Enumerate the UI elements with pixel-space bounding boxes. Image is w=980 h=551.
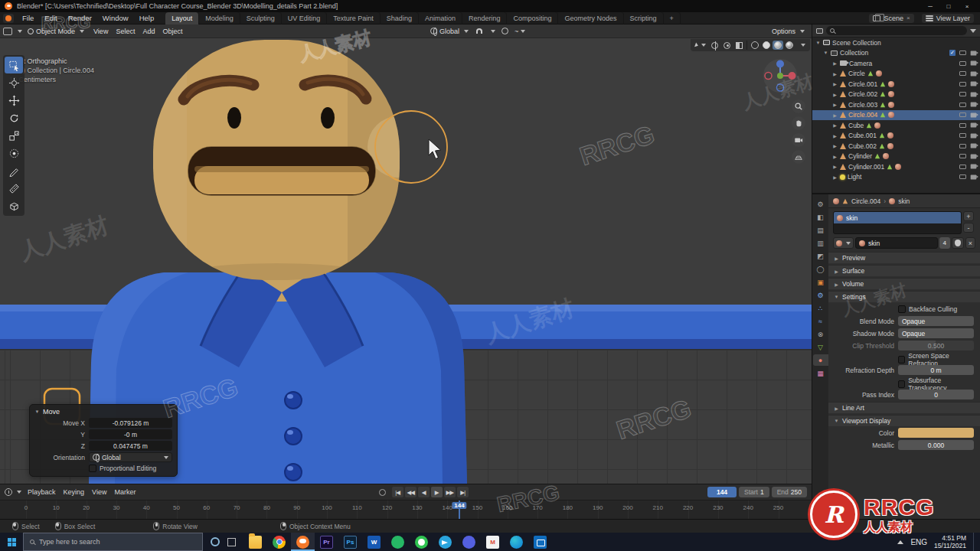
menu-render[interactable]: Render bbox=[63, 12, 97, 24]
expand-arrow[interactable]: ▶ bbox=[832, 122, 838, 128]
screen-space-refraction-checkbox[interactable] bbox=[898, 356, 905, 364]
tab-rendering[interactable]: Rendering bbox=[462, 12, 508, 24]
section-settings[interactable]: ▼Settings bbox=[828, 291, 980, 302]
perspective-toggle-icon[interactable] bbox=[792, 150, 805, 164]
disable-in-render-icon[interactable] bbox=[971, 71, 977, 76]
properties-tab-constraints[interactable]: ⊗ bbox=[813, 328, 828, 340]
expand-arrow[interactable]: ▼ bbox=[815, 41, 821, 45]
editor-type-icon[interactable] bbox=[3, 28, 12, 35]
hide-in-viewport-icon[interactable] bbox=[959, 165, 966, 169]
taskbar-icon-edge[interactable] bbox=[505, 533, 528, 551]
hide-in-viewport-icon[interactable] bbox=[959, 82, 966, 86]
orientation-dropdown[interactable]: Global bbox=[89, 452, 172, 462]
hide-in-viewport-icon[interactable] bbox=[959, 92, 966, 96]
taskbar-icon-discord[interactable] bbox=[457, 533, 481, 551]
outliner-collection[interactable]: ▼ Collection ✓ bbox=[812, 48, 980, 59]
taskbar-icon-blender[interactable] bbox=[291, 533, 315, 551]
mode-dropdown[interactable]: Object Mode bbox=[24, 27, 88, 36]
tool-rotate[interactable] bbox=[5, 109, 23, 126]
taskbar-search-input[interactable]: Type here to search bbox=[23, 533, 203, 551]
viewport-menu-select[interactable]: Select bbox=[112, 28, 139, 35]
taskbar-icon-chrome[interactable] bbox=[267, 533, 291, 551]
outliner-item-circle-002[interactable]: ▶Circle.002 bbox=[812, 90, 980, 100]
unlink-material-icon[interactable]: × bbox=[965, 237, 975, 249]
start-button[interactable] bbox=[0, 533, 23, 551]
expand-arrow[interactable]: ▼ bbox=[823, 51, 828, 55]
properties-tab-object-data[interactable]: ▽ bbox=[813, 341, 828, 353]
snap-settings-dropdown[interactable] bbox=[486, 29, 498, 34]
menu-file[interactable]: File bbox=[17, 12, 39, 24]
close-button[interactable]: × bbox=[959, 1, 975, 11]
viewport-menu-view[interactable]: View bbox=[90, 28, 112, 35]
outliner-item-light[interactable]: ▶Light bbox=[812, 172, 980, 183]
breadcrumb-object[interactable]: Circle.004 bbox=[851, 197, 880, 205]
maximize-button[interactable]: □ bbox=[940, 1, 957, 11]
tab-scripting[interactable]: Scripting bbox=[624, 12, 664, 24]
previous-keyframe-button[interactable]: ◀◀ bbox=[405, 487, 416, 497]
pass-index-field[interactable]: 0 bbox=[898, 390, 974, 399]
tool-scale[interactable] bbox=[5, 127, 23, 144]
tab-animation[interactable]: Animation bbox=[419, 12, 462, 24]
move-operator-panel[interactable]: ▼ Move Move X -0.079126 m Y -0 m Z 0.047… bbox=[29, 404, 178, 477]
tab-modeling[interactable]: Modeling bbox=[199, 12, 240, 24]
camera-view-icon[interactable] bbox=[792, 133, 805, 147]
transform-orientation-dropdown[interactable]: Global bbox=[426, 27, 472, 36]
outliner-item-cylinder-001[interactable]: ▶Cylinder.001 bbox=[812, 161, 980, 172]
filter-icon[interactable] bbox=[970, 29, 976, 33]
properties-tab-scene[interactable]: ◩ bbox=[813, 250, 828, 262]
left-eye[interactable] bbox=[227, 107, 241, 129]
jump-to-start-button[interactable]: |◀ bbox=[392, 487, 403, 497]
auto-keying-record-icon[interactable] bbox=[379, 489, 386, 496]
axis-y-icon[interactable] bbox=[777, 73, 783, 79]
options-dropdown[interactable]: Options bbox=[768, 27, 808, 36]
shading-wireframe-icon[interactable] bbox=[750, 41, 760, 50]
viewport-menu-add[interactable]: Add bbox=[139, 28, 158, 35]
proportional-falloff-dropdown[interactable]: ~ bbox=[512, 27, 528, 36]
hide-in-viewport-icon[interactable] bbox=[959, 123, 966, 128]
proportional-editing-checkbox[interactable] bbox=[89, 465, 96, 472]
scene-selector[interactable]: Scene × bbox=[869, 14, 913, 23]
tab-plus[interactable]: + bbox=[664, 12, 681, 24]
menu-edit[interactable]: Edit bbox=[39, 12, 62, 24]
expand-arrow[interactable]: ▶ bbox=[832, 81, 838, 86]
backface-culling-checkbox[interactable] bbox=[898, 305, 906, 313]
axis-z-positive[interactable] bbox=[776, 60, 784, 68]
metallic-field[interactable]: 0.000 bbox=[898, 440, 974, 450]
xray-toggle[interactable] bbox=[734, 41, 744, 50]
material-slot-skin[interactable]: skin bbox=[834, 212, 961, 223]
play-button[interactable]: ▶ bbox=[431, 487, 443, 497]
disable-in-render-icon[interactable] bbox=[971, 165, 977, 169]
remove-material-slot-button[interactable]: - bbox=[963, 223, 974, 233]
fake-user-shield-icon[interactable] bbox=[952, 237, 964, 249]
axis-x-positive[interactable] bbox=[789, 72, 796, 80]
breadcrumb-material[interactable]: skin bbox=[898, 197, 910, 205]
outliner-item-circle-003[interactable]: ▶Circle.003 bbox=[812, 99, 980, 110]
taskbar-icon-whatsapp[interactable] bbox=[410, 533, 433, 551]
material-users-count[interactable]: 4 bbox=[939, 237, 950, 249]
disable-in-render-icon[interactable] bbox=[971, 103, 977, 107]
outliner-item-cube-001[interactable]: ▶Cube.001 bbox=[812, 131, 980, 142]
play-reverse-button[interactable]: ◀ bbox=[418, 487, 430, 497]
section-surface[interactable]: ▶Surface bbox=[828, 265, 980, 276]
disable-in-render-icon[interactable] bbox=[971, 123, 977, 128]
properties-tab-render[interactable]: ◧ bbox=[813, 211, 828, 223]
shading-dropdown[interactable] bbox=[797, 43, 807, 47]
jump-to-end-button[interactable]: ▶| bbox=[457, 487, 469, 497]
outliner-item-camera[interactable]: ▶Camera bbox=[812, 58, 980, 69]
timeline-menu-marker[interactable]: Marker bbox=[110, 488, 139, 496]
axis-x-negative[interactable] bbox=[765, 73, 772, 80]
timeline-menu-playback[interactable]: Playback bbox=[24, 488, 60, 496]
expand-arrow[interactable]: ▶ bbox=[832, 164, 838, 169]
disable-in-render-icon[interactable] bbox=[971, 144, 977, 148]
outliner-item-cube[interactable]: ▶Cube bbox=[812, 120, 980, 131]
taskbar-icon-telegram[interactable] bbox=[433, 533, 457, 551]
outliner-scene-collection[interactable]: ▼ Scene Collection bbox=[812, 37, 980, 48]
hide-in-viewport-icon[interactable] bbox=[959, 61, 966, 66]
tool-transform[interactable] bbox=[5, 145, 23, 161]
hide-in-viewport-icon[interactable] bbox=[959, 51, 966, 55]
blender-menu-icon[interactable] bbox=[3, 14, 14, 23]
viewport-menu-object[interactable]: Object bbox=[158, 28, 186, 35]
disable-in-render-icon[interactable] bbox=[971, 174, 977, 179]
properties-tab-modifiers[interactable]: ⚙ bbox=[813, 289, 828, 301]
pan-hand-icon[interactable] bbox=[792, 116, 805, 130]
